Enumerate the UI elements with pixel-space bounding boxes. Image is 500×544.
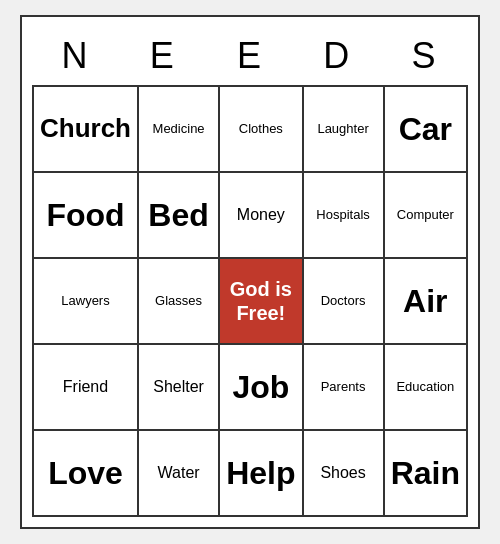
cell-r1-c2: Money bbox=[220, 173, 303, 259]
cell-text: Computer bbox=[397, 207, 454, 223]
cell-r4-c4: Rain bbox=[385, 431, 468, 517]
cell-r0-c4: Car bbox=[385, 87, 468, 173]
cell-r4-c2: Help bbox=[220, 431, 303, 517]
cell-text: Clothes bbox=[239, 121, 283, 137]
bingo-card: NEEDS ChurchMedicineClothesLaughterCarFo… bbox=[20, 15, 480, 529]
cell-r3-c4: Education bbox=[385, 345, 468, 431]
cell-r2-c1: Glasses bbox=[139, 259, 220, 345]
cell-text: Shoes bbox=[320, 463, 365, 482]
cell-r2-c0: Lawyers bbox=[34, 259, 139, 345]
cell-r2-c3: Doctors bbox=[304, 259, 385, 345]
cell-text: Car bbox=[399, 110, 452, 148]
header-letter: E bbox=[206, 27, 293, 85]
cell-r3-c3: Parents bbox=[304, 345, 385, 431]
cell-text: Air bbox=[403, 282, 447, 320]
cell-r3-c2: Job bbox=[220, 345, 303, 431]
cell-text: Laughter bbox=[317, 121, 368, 137]
cell-r4-c0: Love bbox=[34, 431, 139, 517]
cell-text: Job bbox=[232, 368, 289, 406]
cell-text: Doctors bbox=[321, 293, 366, 309]
cell-text: Church bbox=[40, 113, 131, 144]
cell-text: Hospitals bbox=[316, 207, 369, 223]
cell-r1-c4: Computer bbox=[385, 173, 468, 259]
cell-r2-c2: God is Free! bbox=[220, 259, 303, 345]
cell-text: Glasses bbox=[155, 293, 202, 309]
cell-r3-c1: Shelter bbox=[139, 345, 220, 431]
header-letter: N bbox=[32, 27, 119, 85]
cell-text: Lawyers bbox=[61, 293, 109, 309]
cell-r4-c3: Shoes bbox=[304, 431, 385, 517]
bingo-header: NEEDS bbox=[32, 27, 468, 85]
cell-text: Friend bbox=[63, 377, 108, 396]
cell-text: Medicine bbox=[153, 121, 205, 137]
cell-r1-c0: Food bbox=[34, 173, 139, 259]
cell-text: Rain bbox=[391, 454, 460, 492]
cell-text: God is Free! bbox=[226, 277, 295, 325]
cell-r0-c1: Medicine bbox=[139, 87, 220, 173]
header-letter: S bbox=[381, 27, 468, 85]
cell-text: Shelter bbox=[153, 377, 204, 396]
cell-r0-c2: Clothes bbox=[220, 87, 303, 173]
cell-text: Parents bbox=[321, 379, 366, 395]
cell-text: Help bbox=[226, 454, 295, 492]
cell-text: Money bbox=[237, 205, 285, 224]
cell-text: Love bbox=[48, 454, 123, 492]
cell-text: Education bbox=[396, 379, 454, 395]
cell-r0-c0: Church bbox=[34, 87, 139, 173]
header-letter: E bbox=[119, 27, 206, 85]
cell-r4-c1: Water bbox=[139, 431, 220, 517]
cell-text: Food bbox=[46, 196, 124, 234]
cell-r1-c3: Hospitals bbox=[304, 173, 385, 259]
header-letter: D bbox=[294, 27, 381, 85]
cell-r2-c4: Air bbox=[385, 259, 468, 345]
cell-r0-c3: Laughter bbox=[304, 87, 385, 173]
cell-text: Bed bbox=[148, 196, 208, 234]
cell-r1-c1: Bed bbox=[139, 173, 220, 259]
cell-text: Water bbox=[158, 463, 200, 482]
bingo-grid: ChurchMedicineClothesLaughterCarFoodBedM… bbox=[32, 85, 468, 517]
cell-r3-c0: Friend bbox=[34, 345, 139, 431]
